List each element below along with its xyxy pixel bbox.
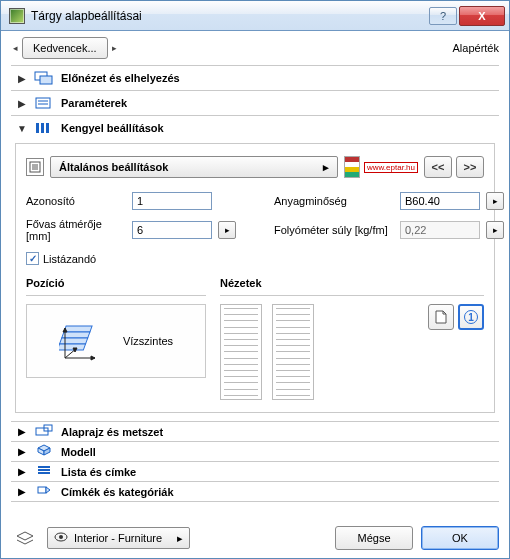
top-row: ◂ Kedvencek... ▸ Alapérték [11, 37, 499, 59]
titlebar: Tárgy alapbeállításai ? X [1, 1, 509, 31]
panel-params-label: Paraméterek [61, 97, 127, 109]
preview-icon [33, 70, 55, 86]
position-button[interactable]: Vízszintes [26, 304, 206, 378]
view-mode-badge[interactable]: 1 [458, 304, 484, 330]
cancel-label: Mégse [357, 532, 390, 544]
svg-rect-12 [64, 326, 92, 332]
panel-tags[interactable]: ▶ Címkék és kategóriák [11, 481, 499, 502]
footer: Interior - Furniture ▸ Mégse OK [11, 526, 499, 550]
general-row: Általános beállítások ▸ www.eptar.hu << … [26, 154, 484, 180]
next-button[interactable]: >> [456, 156, 484, 178]
views-body: 1 [220, 304, 484, 400]
listable-label: Listázandó [43, 253, 96, 265]
position-title: Pozíció [26, 277, 206, 289]
position-icon [59, 318, 105, 364]
eptar-text: www.eptar.hu [364, 162, 418, 173]
panel-list-label: Lista és címke [61, 466, 136, 478]
chevron-right-icon: ▶ [17, 466, 27, 477]
svg-rect-2 [36, 98, 50, 108]
panel-settings[interactable]: ▼ Kengyel beállítások [11, 117, 499, 139]
form-grid: Azonosító 1 Anyagminőség B60.40 ▸ Fővas … [26, 192, 484, 242]
svg-rect-15 [59, 344, 86, 350]
svg-point-26 [59, 535, 63, 539]
quality-picker-button[interactable]: ▸ [486, 192, 504, 210]
panel-model[interactable]: ▶ Modell [11, 441, 499, 461]
view-mode-paper[interactable] [428, 304, 454, 330]
chevron-right-icon: ▸ [323, 161, 329, 174]
chevron-down-icon: ▼ [17, 123, 27, 134]
ok-button[interactable]: OK [421, 526, 499, 550]
panel-preview[interactable]: ▶ Előnézet és elhelyezés [11, 67, 499, 89]
defaults-label: Alapérték [453, 42, 499, 54]
chevron-right-icon: ▶ [17, 446, 27, 457]
general-dropdown[interactable]: Általános beállítások ▸ [50, 156, 338, 178]
app-icon [9, 8, 25, 24]
panel-floorplan-label: Alaprajz és metszet [61, 426, 163, 438]
layer-dropdown-label: Interior - Furniture [74, 532, 162, 544]
two-col: Pozíció [26, 277, 484, 400]
diameter-input[interactable]: 6 [132, 221, 212, 239]
listable-checkbox[interactable]: ✓ [26, 252, 39, 265]
settings-body: Általános beállítások ▸ www.eptar.hu << … [15, 143, 495, 413]
list-icon [33, 464, 55, 479]
layer-dropdown[interactable]: Interior - Furniture ▸ [47, 527, 190, 549]
position-mode-label: Vízszintes [123, 335, 173, 347]
panel-list[interactable]: ▶ Lista és címke [11, 461, 499, 481]
settings-icon [33, 120, 55, 136]
chevron-right-icon: ▸ [177, 532, 183, 545]
panel-floorplan[interactable]: ▶ Alaprajz és metszet [11, 421, 499, 441]
listable-row[interactable]: ✓ Listázandó [26, 252, 484, 265]
eptar-stripes-icon [344, 156, 360, 178]
chevron-right-icon: ▶ [17, 73, 27, 84]
quality-input[interactable]: B60.40 [400, 192, 480, 210]
client-area: ◂ Kedvencek... ▸ Alapérték ▶ Előnézet és… [1, 31, 509, 559]
rebar-preview-1 [220, 304, 262, 400]
svg-rect-5 [36, 123, 39, 133]
quality-label: Anyagminőség [274, 195, 394, 207]
chevron-right-icon: ▶ [17, 426, 27, 437]
panel-params[interactable]: ▶ Paraméterek [11, 92, 499, 114]
close-button[interactable]: X [459, 6, 505, 26]
floorplan-icon [33, 424, 55, 439]
help-button[interactable]: ? [429, 7, 457, 25]
eptar-logo: www.eptar.hu [344, 154, 418, 180]
panel-settings-label: Kengyel beállítások [61, 122, 164, 134]
chevron-right-icon: ▶ [17, 486, 27, 497]
rebar-preview-2 [272, 304, 314, 400]
window-title: Tárgy alapbeállításai [31, 9, 427, 23]
view-badge-text: 1 [464, 310, 478, 324]
params-icon [33, 95, 55, 111]
svg-rect-24 [38, 487, 46, 493]
model-icon [33, 444, 55, 459]
eye-icon [54, 531, 68, 545]
ok-label: OK [452, 532, 468, 544]
panel-tags-label: Címkék és kategóriák [61, 486, 174, 498]
svg-rect-7 [46, 123, 49, 133]
general-icon [26, 158, 44, 176]
diameter-label: Fővas átmérője [mm] [26, 218, 126, 242]
general-dropdown-label: Általános beállítások [59, 161, 168, 173]
svg-rect-14 [59, 338, 87, 344]
svg-rect-6 [41, 123, 44, 133]
cancel-button[interactable]: Mégse [335, 526, 413, 550]
svg-rect-1 [40, 76, 52, 84]
panel-model-label: Modell [61, 446, 96, 458]
favorites-button[interactable]: Kedvencek... [22, 37, 108, 59]
id-label: Azonosító [26, 195, 126, 207]
layer-stack-icon [11, 529, 39, 547]
tags-icon [33, 484, 55, 499]
weight-picker-button[interactable]: ▸ [486, 221, 504, 239]
diameter-picker-button[interactable]: ▸ [218, 221, 236, 239]
weight-label: Folyóméter súly [kg/fm] [274, 224, 394, 236]
prev-button[interactable]: << [424, 156, 452, 178]
svg-rect-13 [62, 332, 90, 338]
favorites-label: Kedvencek... [33, 42, 97, 54]
weight-readonly: 0,22 [400, 221, 480, 239]
bottom-panels: ▶ Alaprajz és metszet ▶ Modell ▶ Lista é… [11, 421, 499, 502]
chevron-right-icon: ▶ [17, 98, 27, 109]
id-input[interactable]: 1 [132, 192, 212, 210]
panel-preview-label: Előnézet és elhelyezés [61, 72, 180, 84]
views-title: Nézetek [220, 277, 484, 289]
nav-left-tiny[interactable]: ◂ [11, 43, 20, 53]
nav-right-tiny[interactable]: ▸ [110, 43, 119, 53]
